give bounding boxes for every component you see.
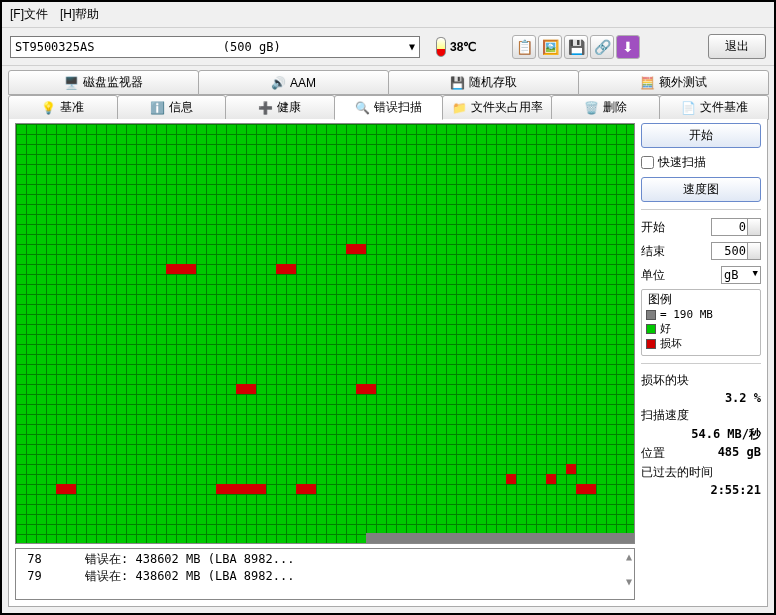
- bad-block: [506, 474, 516, 484]
- tab-label: 基准: [60, 99, 84, 116]
- bad-block: [216, 484, 226, 494]
- copy-icon[interactable]: 📋: [512, 35, 536, 59]
- tab-label: 随机存取: [469, 74, 517, 91]
- speed-value: 54.6 MB/秒: [691, 426, 761, 443]
- bad-block: [286, 264, 296, 274]
- start-button[interactable]: 开始: [641, 123, 761, 148]
- bad-block: [276, 264, 286, 274]
- range-end-label: 结束: [641, 243, 665, 260]
- bad-block: [236, 384, 246, 394]
- bad-block: [166, 264, 176, 274]
- bad-block: [366, 384, 376, 394]
- speed-map-button[interactable]: 速度图: [641, 177, 761, 202]
- bad-block: [236, 484, 246, 494]
- quick-scan-checkbox[interactable]: [641, 156, 654, 169]
- bad-block: [566, 464, 576, 474]
- tab-文件基准[interactable]: 📄文件基准: [659, 95, 769, 120]
- menu-help[interactable]: [H]帮助: [60, 6, 99, 23]
- chevron-down-icon: ▼: [753, 268, 758, 282]
- bad-block: [586, 484, 596, 494]
- save-icon[interactable]: 💾: [564, 35, 588, 59]
- drive-size: (500 gB): [223, 40, 281, 54]
- bad-block: [246, 384, 256, 394]
- tab-随机存取[interactable]: 💾随机存取: [388, 70, 579, 95]
- tab-label: 文件夹占用率: [471, 99, 543, 116]
- elapsed-value: 2:55:21: [710, 483, 761, 497]
- tab-健康[interactable]: ➕健康: [225, 95, 335, 120]
- tab-文件夹占用率[interactable]: 📁文件夹占用率: [442, 95, 552, 120]
- tab-信息[interactable]: ℹ️信息: [117, 95, 227, 120]
- bad-block: [56, 484, 66, 494]
- tab-label: 信息: [169, 99, 193, 116]
- bad-block: [226, 484, 236, 494]
- elapsed-label: 已过去的时间: [641, 464, 713, 481]
- tab-AAM[interactable]: 🔊AAM: [198, 70, 389, 95]
- legend-good-icon: [646, 324, 656, 334]
- screenshot-icon[interactable]: 🖼️: [538, 35, 562, 59]
- position-value: 485 gB: [718, 445, 761, 462]
- tabs-row-top: 🖥️磁盘监视器🔊AAM💾随机存取🧮额外测试: [8, 70, 768, 95]
- menu-file[interactable]: [F]文件: [10, 6, 48, 23]
- exit-button[interactable]: 退出: [708, 34, 766, 59]
- tab-icon: 💡: [41, 101, 56, 115]
- tab-label: 删除: [603, 99, 627, 116]
- log-line: 79 错误在: 438602 MB (LBA 8982...: [20, 568, 630, 585]
- bad-block: [346, 244, 356, 254]
- log-line: 78 错误在: 438602 MB (LBA 8982...: [20, 551, 630, 568]
- tabs-container: 🖥️磁盘监视器🔊AAM💾随机存取🧮额外测试 💡基准ℹ️信息➕健康🔍错误扫描📁文件…: [2, 66, 774, 120]
- speed-label: 扫描速度: [641, 407, 689, 424]
- scroll-down-icon[interactable]: ▼: [626, 576, 632, 587]
- quick-scan-row: 快速扫描: [641, 152, 761, 173]
- download-icon[interactable]: ⬇: [616, 35, 640, 59]
- quick-scan-label: 快速扫描: [658, 154, 706, 171]
- legend-bad-icon: [646, 339, 656, 349]
- range-end-input[interactable]: 500: [711, 242, 761, 260]
- drive-select[interactable]: ST9500325AS (500 gB) ▼: [10, 36, 420, 58]
- left-pane: 78 错误在: 438602 MB (LBA 8982... 79 错误在: 4…: [15, 123, 635, 600]
- unit-select[interactable]: gB▼: [721, 266, 761, 284]
- tab-磁盘监视器[interactable]: 🖥️磁盘监视器: [8, 70, 199, 95]
- tab-icon: 🗑️: [584, 101, 599, 115]
- tab-label: 额外测试: [659, 74, 707, 91]
- bad-block: [186, 264, 196, 274]
- legend-good-text: 好: [660, 321, 671, 336]
- tab-icon: 🧮: [640, 76, 655, 90]
- tab-icon: ➕: [258, 101, 273, 115]
- tab-icon: 🖥️: [64, 76, 79, 90]
- bad-block: [256, 484, 266, 494]
- legend-title: 图例: [646, 291, 674, 308]
- drive-model: ST9500325AS: [15, 40, 94, 54]
- bad-block: [306, 484, 316, 494]
- thermometer-icon: [436, 37, 446, 57]
- range-start-input[interactable]: 0: [711, 218, 761, 236]
- legend-box: 图例 = 190 MB 好 损坏: [641, 289, 761, 356]
- tool-icons-group: 📋 🖼️ 💾 🔗 ⬇: [512, 35, 640, 59]
- unit-label: 单位: [641, 267, 665, 284]
- dropdown-arrow-icon: ▼: [409, 41, 415, 52]
- tab-label: 健康: [277, 99, 301, 116]
- temperature-display: 38℃: [436, 37, 476, 57]
- tab-错误扫描[interactable]: 🔍错误扫描: [334, 95, 444, 120]
- log-scroll[interactable]: ▲ ▼: [626, 551, 632, 587]
- tab-icon: 🔊: [271, 76, 286, 90]
- legend-bad-text: 损坏: [660, 336, 682, 351]
- unscanned-region: [366, 533, 634, 543]
- bad-block: [356, 384, 366, 394]
- log-panel: 78 错误在: 438602 MB (LBA 8982... 79 错误在: 4…: [15, 548, 635, 600]
- bad-block: [296, 484, 306, 494]
- tab-基准[interactable]: 💡基准: [8, 95, 118, 120]
- scroll-up-icon[interactable]: ▲: [626, 551, 632, 562]
- tab-删除[interactable]: 🗑️删除: [551, 95, 661, 120]
- tab-额外测试[interactable]: 🧮额外测试: [578, 70, 769, 95]
- legend-block-icon: [646, 310, 656, 320]
- bad-block: [66, 484, 76, 494]
- range-start-label: 开始: [641, 219, 665, 236]
- tab-icon: 📄: [681, 101, 696, 115]
- bad-block: [176, 264, 186, 274]
- stats-panel: 损坏的块 3.2 % 扫描速度 54.6 MB/秒 位置485 gB 已过去的时…: [641, 371, 761, 498]
- tab-label: 文件基准: [700, 99, 748, 116]
- scan-grid: [15, 123, 635, 544]
- link-icon[interactable]: 🔗: [590, 35, 614, 59]
- temperature-value: 38℃: [450, 40, 476, 54]
- content-area: 78 错误在: 438602 MB (LBA 8982... 79 错误在: 4…: [8, 119, 768, 607]
